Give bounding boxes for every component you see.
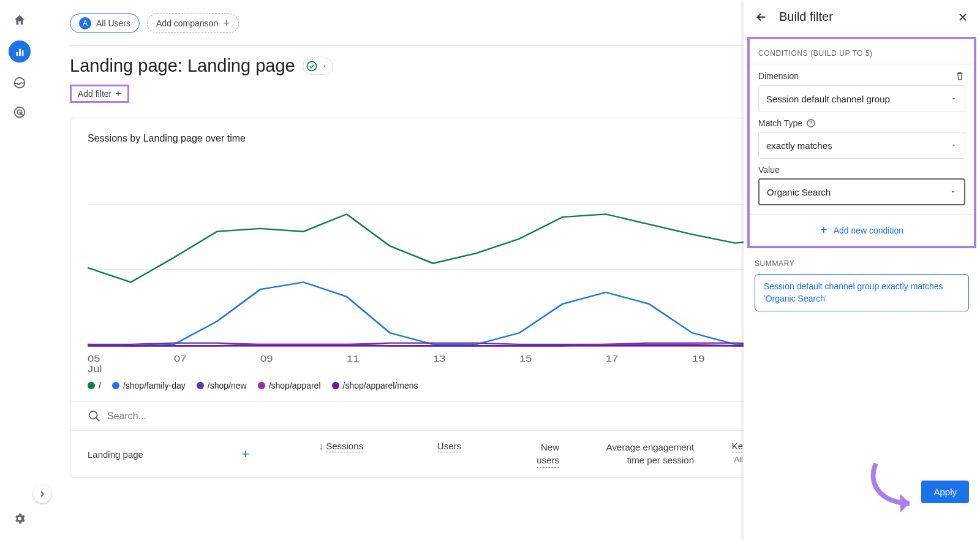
status-menu[interactable] [303, 58, 333, 75]
legend-item[interactable]: /shop/family-day [112, 381, 186, 390]
sort-arrow-icon: ↓ [318, 441, 326, 451]
legend-dot [258, 382, 265, 389]
page-title: Landing page: Landing page [70, 56, 295, 76]
build-filter-panel: Build filter CONDITIONS (BUILD UP TO 5) … [744, 0, 980, 540]
col-sessions[interactable]: Sessions [326, 441, 363, 452]
chevron-down-icon [950, 95, 957, 102]
legend-dot [112, 382, 119, 389]
conditions-section: CONDITIONS (BUILD UP TO 5) Dimension Ses… [747, 37, 976, 248]
all-users-avatar: A [79, 17, 91, 29]
plus-icon: + [820, 223, 827, 237]
svg-text:19: 19 [692, 354, 704, 363]
svg-text:13: 13 [433, 354, 445, 363]
add-condition-button[interactable]: + Add new condition [750, 214, 974, 246]
legend-label: /shop/apparel [269, 381, 321, 390]
dimension-select[interactable]: Session default channel group [758, 85, 965, 112]
all-users-chip[interactable]: A All Users [70, 13, 140, 33]
col-landing-page: Landing page [88, 449, 143, 460]
legend-dot [332, 382, 339, 389]
chevron-down-icon [950, 142, 957, 149]
close-icon[interactable] [957, 11, 969, 23]
add-condition-label: Add new condition [834, 226, 903, 235]
col-avg-engagement[interactable]: Average engagementtime per session [606, 441, 694, 466]
dimension-value: Session default channel group [766, 94, 890, 104]
help-icon[interactable] [806, 118, 816, 128]
search-icon [88, 409, 101, 423]
add-filter-button[interactable]: Add filter + [70, 85, 129, 103]
match-type-select[interactable]: exactly matches [758, 132, 965, 159]
svg-text:09: 09 [260, 354, 273, 363]
summary-label: SUMMARY [755, 257, 969, 274]
advertising-icon[interactable] [10, 103, 29, 121]
all-users-label: All Users [96, 18, 130, 28]
delete-icon[interactable] [954, 70, 965, 82]
svg-text:05: 05 [88, 354, 100, 363]
add-comparison-chip[interactable]: Add comparison + [147, 13, 239, 33]
legend-label: /shop/apparel/mens [343, 381, 418, 390]
match-type-value: exactly matches [766, 140, 832, 151]
summary-chip[interactable]: Session default channel group exactly ma… [755, 274, 969, 311]
back-arrow-icon[interactable] [755, 10, 768, 24]
explore-icon[interactable] [10, 74, 29, 92]
chevron-down-icon [322, 63, 328, 69]
legend-item[interactable]: /shop/apparel [258, 381, 321, 390]
add-filter-label: Add filter [78, 89, 111, 99]
match-type-label: Match Type [758, 118, 802, 128]
value-label: Value [758, 165, 780, 175]
conditions-label: CONDITIONS (BUILD UP TO 5) [750, 39, 974, 64]
legend-item[interactable]: /shop/apparel/mens [332, 381, 418, 390]
value-select[interactable]: Organic Search [758, 178, 965, 205]
svg-text:15: 15 [519, 354, 532, 363]
svg-text:17: 17 [606, 354, 618, 363]
left-nav [0, 0, 39, 540]
panel-title: Build filter [779, 10, 946, 24]
svg-text:11: 11 [347, 354, 359, 363]
svg-point-3 [307, 61, 316, 70]
col-key[interactable]: Ke [732, 441, 743, 452]
svg-text:Jul: Jul [88, 364, 102, 373]
value-value: Organic Search [767, 187, 831, 197]
dimension-label: Dimension [758, 71, 799, 81]
reports-icon[interactable] [9, 40, 31, 63]
legend-label: /shop/family-day [123, 381, 186, 390]
add-dimension-button[interactable]: + [238, 447, 253, 462]
col-all: All [694, 455, 743, 464]
legend-item[interactable]: / [88, 381, 101, 390]
chevron-down-icon [949, 188, 957, 196]
settings-icon[interactable] [10, 509, 29, 528]
home-icon[interactable] [10, 11, 29, 29]
svg-point-17 [89, 411, 97, 419]
legend-label: / [99, 381, 101, 390]
annotation-arrow-icon [864, 460, 931, 515]
svg-text:07: 07 [174, 354, 186, 363]
col-new-users[interactable]: Newusers [537, 441, 559, 468]
col-users[interactable]: Users [437, 441, 461, 452]
expand-nav-button[interactable] [33, 485, 51, 503]
legend-dot [88, 382, 95, 389]
add-comparison-label: Add comparison [156, 18, 218, 28]
legend-label: /shop/new [208, 381, 247, 390]
legend-item[interactable]: /shop/new [197, 381, 247, 390]
legend-dot [197, 382, 204, 389]
plus-icon: + [223, 17, 230, 30]
plus-icon: + [115, 88, 121, 99]
